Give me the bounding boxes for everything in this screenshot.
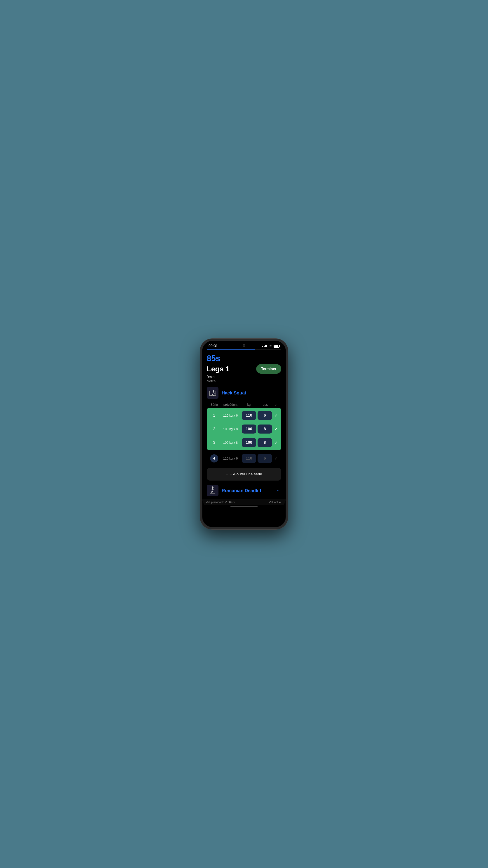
header-serie: Série — [208, 403, 220, 406]
vol-precedent-value: 2160KG — [225, 501, 234, 504]
deadlift-icon — [207, 485, 218, 496]
set-kg-input[interactable]: 100 — [242, 425, 256, 434]
progress-bar-track — [207, 349, 281, 350]
exercise2-info: Romanian Deadlift — [207, 485, 261, 496]
progress-bar-container — [202, 349, 286, 350]
exercise-more-button[interactable]: ··· — [273, 389, 281, 397]
exercise2-header: Romanian Deadlift ··· — [207, 485, 281, 497]
exercise-header: Hack Squat ··· — [207, 387, 281, 399]
signal-icon — [262, 345, 267, 347]
set-kg-input[interactable]: 110 — [242, 411, 256, 420]
svg-point-4 — [213, 390, 215, 392]
header-reps: reps — [257, 403, 273, 406]
vol-precedent: Vol. précédent: 2160KG — [206, 501, 234, 504]
home-indicator-bar — [230, 506, 258, 507]
set-previous-pending: 110 kg x 6 — [220, 457, 241, 460]
table-header: Série précédent kg reps ✓ — [207, 401, 281, 408]
set-reps-input[interactable]: 8 — [258, 425, 272, 434]
completed-sets: 1 110 kg x 6 110 6 ✓ 2 100 kg x 8 100 8 — [207, 408, 281, 450]
exercise-romanian-deadlift: Romanian Deadlift ··· — [207, 485, 281, 497]
vol-precedent-label: Vol. précédent: — [206, 501, 224, 504]
battery-fill — [274, 345, 278, 347]
camera-notch — [242, 344, 246, 347]
header-precedent: précédent — [220, 403, 241, 406]
home-indicator — [202, 505, 286, 509]
set-number: 3 — [208, 440, 220, 445]
add-series-button[interactable]: + + Ajouter une série — [207, 468, 281, 480]
vol-actuel: Vol. actuel: — [269, 501, 282, 504]
workout-title: Legs 1 — [207, 365, 230, 373]
header-kg: kg — [241, 403, 257, 406]
set-number-pending: 4 — [210, 454, 218, 463]
exercise2-image — [207, 485, 219, 496]
set-kg-input-pending[interactable]: 110 — [242, 454, 256, 463]
status-time: 00:31 — [208, 344, 218, 348]
set-reps-input-pending[interactable]: 6 — [258, 454, 272, 463]
set-previous: 100 kg x 8 — [220, 441, 241, 444]
status-bar: 00:31 — [202, 341, 286, 349]
exercise-info: Hack Squat — [207, 387, 246, 399]
bottom-bar: Vol. précédent: 2160KG Vol. actuel: — [202, 499, 286, 505]
set-checkmark[interactable]: ✓ — [273, 413, 280, 418]
terminate-button[interactable]: Terminer — [256, 364, 281, 374]
set-previous: 110 kg x 6 — [220, 414, 241, 417]
hack-squat-icon — [207, 388, 218, 398]
phone-frame: 00:31 — [200, 339, 288, 529]
progress-bar-fill — [207, 349, 255, 350]
wifi-icon — [269, 344, 272, 348]
exercise-name[interactable]: Hack Squat — [222, 391, 246, 396]
set-checkmark[interactable]: ✓ — [273, 427, 280, 432]
set-reps-input[interactable]: 6 — [258, 411, 272, 420]
set-reps-input[interactable]: 8 — [258, 438, 272, 447]
set-checkmark-pending[interactable]: ✓ — [273, 456, 280, 461]
workout-timer: 85s — [207, 354, 281, 363]
screen: 00:31 — [202, 341, 286, 509]
set-checkmark[interactable]: ✓ — [273, 440, 280, 445]
set-number: 1 — [208, 413, 220, 418]
add-icon: + — [226, 472, 228, 476]
vol-actuel-label: Vol. actuel: — [269, 501, 282, 504]
set-kg-input[interactable]: 100 — [242, 438, 256, 447]
header-check: ✓ — [273, 403, 280, 406]
main-content: 85s Legs 1 Terminer 0min Notes — [202, 351, 286, 499]
svg-point-11 — [212, 487, 214, 488]
set-row: 3 100 kg x 8 100 8 ✓ — [207, 436, 281, 450]
exercise-image — [207, 387, 219, 399]
set-previous: 100 kg x 8 — [220, 427, 241, 431]
battery-icon — [273, 345, 280, 348]
exercise-hack-squat: Hack Squat ··· Série précédent kg reps ✓ — [207, 387, 281, 480]
set-row: 1 110 kg x 6 110 6 ✓ — [207, 409, 281, 422]
svg-rect-0 — [207, 388, 218, 398]
workout-notes[interactable]: Notes — [207, 379, 281, 383]
exercise2-name[interactable]: Romanian Deadlift — [222, 488, 261, 493]
workout-header: Legs 1 Terminer — [207, 364, 281, 374]
add-series-label: + Ajouter une série — [230, 472, 262, 476]
sets-table: Série précédent kg reps ✓ 1 110 kg x 6 1… — [207, 401, 281, 465]
set-row-pending: 4 110 kg x 6 110 6 ✓ — [207, 452, 281, 465]
exercise2-more-button[interactable]: ··· — [273, 487, 281, 494]
workout-meta: 0min Notes — [207, 375, 281, 383]
set-number: 2 — [208, 427, 220, 431]
workout-duration: 0min — [207, 375, 281, 379]
status-icons — [262, 344, 280, 348]
set-row: 2 100 kg x 8 100 8 ✓ — [207, 422, 281, 436]
